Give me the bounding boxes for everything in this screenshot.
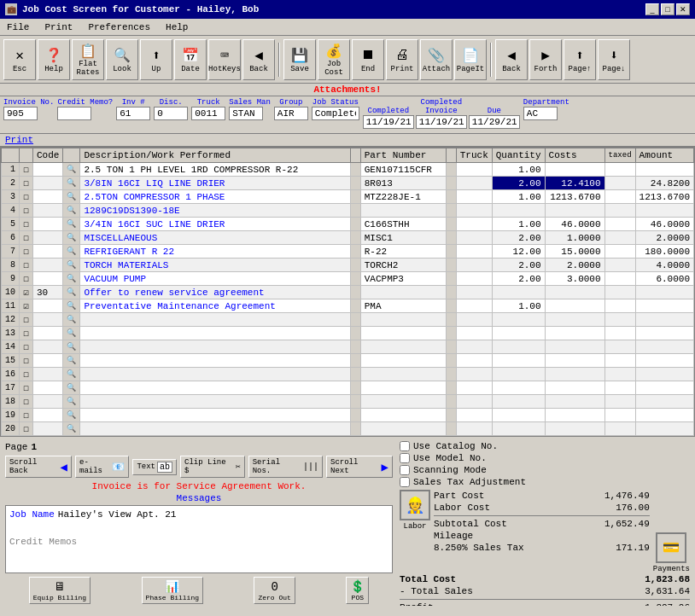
row-amount[interactable]: 6.0000	[635, 272, 693, 286]
row-part-search[interactable]	[350, 286, 360, 299]
row-quantity[interactable]: 2.00	[492, 272, 545, 286]
row-search-icon[interactable]: 🔍	[63, 354, 80, 368]
row-search-icon[interactable]: 🔍	[63, 177, 80, 190]
row-description[interactable]	[80, 381, 350, 395]
row-search-icon[interactable]: 🔍	[63, 422, 80, 436]
row-costs[interactable]	[545, 381, 604, 395]
row-costs[interactable]	[545, 409, 604, 422]
pos-button[interactable]: 💲 POS	[346, 577, 369, 604]
row-truck[interactable]	[456, 381, 492, 395]
row-amount[interactable]	[635, 354, 693, 368]
row-part-search[interactable]	[350, 204, 360, 218]
row-part-num[interactable]: 8R013	[360, 177, 446, 190]
clip-line-button[interactable]: Clip Line $ ✂	[180, 456, 245, 478]
row-part-num[interactable]	[360, 354, 446, 368]
row-amount[interactable]	[635, 381, 693, 395]
row-truck[interactable]	[456, 190, 492, 204]
row-part-search[interactable]	[350, 409, 360, 422]
row-part-num[interactable]: C166STHH	[360, 218, 446, 231]
row-amount[interactable]: 4.0000	[635, 259, 693, 272]
row-checkbox-cell[interactable]: ☐	[20, 340, 33, 354]
row-part-num[interactable]: TORCH2	[360, 259, 446, 272]
row-description[interactable]: 3/4IN 16CI SUC LINE DRIER	[80, 218, 350, 231]
row-part-num[interactable]: PMA	[360, 299, 446, 313]
row-truck[interactable]	[456, 245, 492, 259]
close-button[interactable]: ✕	[676, 3, 690, 15]
row-truck[interactable]	[456, 395, 492, 409]
row-part-search[interactable]	[350, 381, 360, 395]
row-quantity[interactable]	[492, 313, 545, 327]
row-part-num[interactable]: VACPMP3	[360, 272, 446, 286]
row-description[interactable]	[80, 313, 350, 327]
scroll-back-button[interactable]: Scroll Back ◀	[5, 456, 72, 478]
row-costs[interactable]	[545, 422, 604, 436]
row-part-search[interactable]	[350, 245, 360, 259]
row-part-search[interactable]	[350, 368, 360, 381]
row-part-search[interactable]	[350, 395, 360, 409]
row-code[interactable]	[33, 218, 63, 231]
row-code[interactable]	[33, 299, 63, 313]
row-costs[interactable]	[545, 395, 604, 409]
row-description[interactable]	[80, 368, 350, 381]
row-amount[interactable]	[635, 422, 693, 436]
row-checkbox-cell[interactable]: ☐	[20, 395, 33, 409]
row-checkbox-cell[interactable]: ☐	[20, 327, 33, 340]
row-checkbox-cell[interactable]: ☐	[20, 313, 33, 327]
row-amount[interactable]	[635, 313, 693, 327]
row-part-search[interactable]	[350, 272, 360, 286]
row-amount[interactable]: 2.0000	[635, 231, 693, 245]
date-button[interactable]: 📅 Date	[174, 39, 207, 80]
job-cost-button[interactable]: 💰 Job Cost	[318, 39, 350, 80]
model-checkbox[interactable]	[400, 453, 410, 463]
save-button[interactable]: 💾 Save	[283, 39, 316, 80]
row-search-icon[interactable]: 🔍	[63, 204, 80, 218]
row-part-num[interactable]	[360, 381, 446, 395]
row-quantity[interactable]	[492, 422, 545, 436]
row-description[interactable]	[80, 409, 350, 422]
row-checkbox-cell[interactable]: ☐	[20, 231, 33, 245]
back-button[interactable]: ◀ Back	[242, 39, 275, 80]
row-part-search[interactable]	[350, 231, 360, 245]
help-button[interactable]: ❓ Help	[38, 39, 70, 80]
row-part-num[interactable]: GEN107115CFR	[360, 163, 446, 177]
page-down-button[interactable]: ⬇ Page↓	[598, 39, 630, 80]
row-description[interactable]	[80, 327, 350, 340]
row-search-icon[interactable]: 🔍	[63, 245, 80, 259]
row-search-icon[interactable]: 🔍	[63, 368, 80, 381]
row-part-num[interactable]	[360, 340, 446, 354]
row-amount[interactable]: 180.0000	[635, 245, 693, 259]
scroll-next-button[interactable]: Scroll Next ▶	[326, 456, 393, 478]
row-description[interactable]	[80, 395, 350, 409]
row-description[interactable]	[80, 340, 350, 354]
row-code[interactable]	[33, 368, 63, 381]
row-description[interactable]: TORCH MATERIALS	[80, 259, 350, 272]
text-button[interactable]: Text ab	[132, 459, 177, 475]
sales-tax-checkbox[interactable]	[400, 477, 410, 487]
row-truck[interactable]	[456, 422, 492, 436]
row-quantity[interactable]: 1.00	[492, 299, 545, 313]
invoice-date-input[interactable]	[416, 115, 467, 129]
row-amount[interactable]	[635, 368, 693, 381]
truck-input[interactable]	[191, 107, 225, 120]
row-description[interactable]: 3/8IN 16CI LIQ LINE DRIER	[80, 177, 350, 190]
row-part-search[interactable]	[350, 422, 360, 436]
row-costs[interactable]: 12.4100	[545, 177, 604, 190]
row-description[interactable]: VACUUM PUMP	[80, 272, 350, 286]
job-status-input[interactable]	[312, 107, 359, 120]
row-costs[interactable]	[545, 313, 604, 327]
row-quantity[interactable]: 2.00	[492, 231, 545, 245]
row-search-icon[interactable]: 🔍	[63, 286, 80, 299]
row-truck[interactable]	[456, 204, 492, 218]
row-truck[interactable]	[456, 327, 492, 340]
flat-rates-button[interactable]: 📋 Flat Rates	[72, 39, 104, 80]
row-code[interactable]	[33, 340, 63, 354]
row-truck[interactable]	[456, 163, 492, 177]
row-amount[interactable]	[635, 395, 693, 409]
hotkeys-button[interactable]: ⌨ HotKeys	[208, 39, 241, 80]
row-part-num[interactable]	[360, 286, 446, 299]
row-search-icon[interactable]: 🔍	[63, 299, 80, 313]
up-button[interactable]: ⬆ Up	[140, 39, 172, 80]
row-checkbox-cell[interactable]: ☐	[20, 272, 33, 286]
row-code[interactable]	[33, 395, 63, 409]
row-description[interactable]: MISCELLANEOUS	[80, 231, 350, 245]
